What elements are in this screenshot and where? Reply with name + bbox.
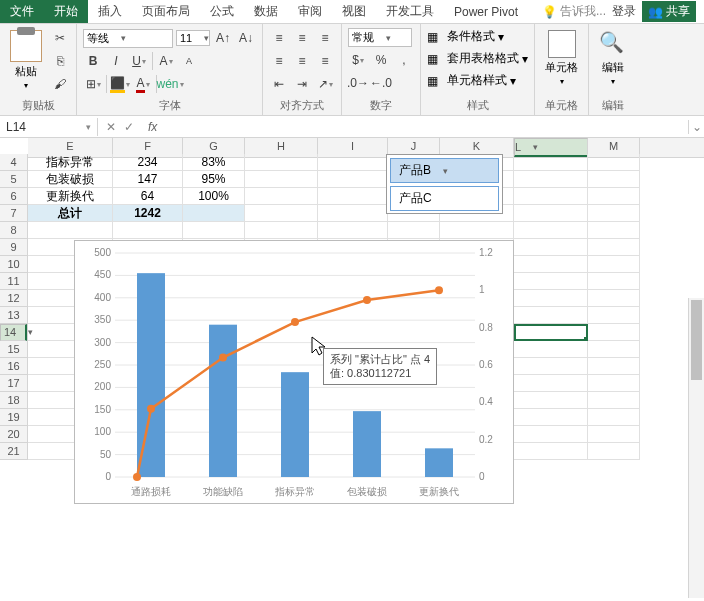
cell-M21[interactable] bbox=[588, 443, 640, 460]
cell-M4[interactable] bbox=[588, 154, 640, 171]
font-size-select[interactable]: 11 bbox=[176, 30, 210, 46]
row-header-6[interactable]: 6 bbox=[0, 188, 27, 205]
cell-E4[interactable]: 指标异常 bbox=[28, 154, 113, 171]
row-header-15[interactable]: 15 bbox=[0, 341, 27, 358]
currency-button[interactable]: $ bbox=[348, 50, 368, 70]
cell-E5[interactable]: 包装破损 bbox=[28, 171, 113, 188]
cell-H5[interactable] bbox=[245, 171, 318, 188]
cell-L14[interactable] bbox=[514, 324, 588, 341]
row-header-12[interactable]: 12 bbox=[0, 290, 27, 307]
cancel-formula-icon[interactable]: ✕ bbox=[106, 120, 116, 134]
percent-button[interactable]: % bbox=[371, 50, 391, 70]
cell-L9[interactable] bbox=[514, 239, 588, 256]
font-shrink-button[interactable]: A bbox=[179, 51, 199, 71]
cell-G5[interactable]: 95% bbox=[183, 171, 245, 188]
tab-review[interactable]: 审阅 bbox=[288, 0, 332, 23]
tab-formula[interactable]: 公式 bbox=[200, 0, 244, 23]
decrease-indent-button[interactable]: ⇤ bbox=[269, 74, 289, 94]
cell-M7[interactable] bbox=[588, 205, 640, 222]
row-header-10[interactable]: 10 bbox=[0, 256, 27, 273]
italic-button[interactable]: I bbox=[106, 51, 126, 71]
cell-M18[interactable] bbox=[588, 392, 640, 409]
align-left-button[interactable]: ≡ bbox=[269, 51, 289, 71]
cell-L7[interactable] bbox=[514, 205, 588, 222]
format-painter-button[interactable]: 🖌 bbox=[50, 74, 70, 94]
cell-L17[interactable] bbox=[514, 375, 588, 392]
number-format-select[interactable]: 常规 bbox=[348, 28, 412, 47]
cell-L15[interactable] bbox=[514, 341, 588, 358]
cell-F7[interactable]: 1242 bbox=[113, 205, 183, 222]
slicer-item[interactable]: 产品C bbox=[390, 186, 499, 211]
row-header-8[interactable]: 8 bbox=[0, 222, 27, 239]
row-header-20[interactable]: 20 bbox=[0, 426, 27, 443]
cell-G7[interactable] bbox=[183, 205, 245, 222]
cells-button[interactable]: 单元格▾ bbox=[541, 28, 582, 88]
cell-L8[interactable] bbox=[514, 222, 588, 239]
phonetic-button[interactable]: wén bbox=[160, 74, 180, 94]
cell-L16[interactable] bbox=[514, 358, 588, 375]
row-header-11[interactable]: 11 bbox=[0, 273, 27, 290]
cell-F4[interactable]: 234 bbox=[113, 154, 183, 171]
increase-decimal-button[interactable]: .0→ bbox=[348, 73, 368, 93]
editing-button[interactable]: 🔍编辑▾ bbox=[595, 28, 631, 88]
cell-M13[interactable] bbox=[588, 307, 640, 324]
cell-G4[interactable]: 83% bbox=[183, 154, 245, 171]
cell-L21[interactable] bbox=[514, 443, 588, 460]
cell-M10[interactable] bbox=[588, 256, 640, 273]
underline-button[interactable]: U bbox=[129, 51, 149, 71]
cell-L10[interactable] bbox=[514, 256, 588, 273]
cell-J8[interactable] bbox=[388, 222, 440, 239]
font-name-select[interactable]: 等线 bbox=[83, 29, 173, 48]
cell-L20[interactable] bbox=[514, 426, 588, 443]
cell-I8[interactable] bbox=[318, 222, 388, 239]
cell-M14[interactable] bbox=[588, 324, 640, 341]
row-header-9[interactable]: 9 bbox=[0, 239, 27, 256]
cell-K8[interactable] bbox=[440, 222, 514, 239]
cell-I4[interactable] bbox=[318, 154, 388, 171]
cell-E8[interactable] bbox=[28, 222, 113, 239]
comma-button[interactable]: , bbox=[394, 50, 414, 70]
tell-me[interactable]: 💡告诉我... bbox=[542, 3, 606, 20]
row-header-18[interactable]: 18 bbox=[0, 392, 27, 409]
align-right-button[interactable]: ≡ bbox=[315, 51, 335, 71]
cell-F6[interactable]: 64 bbox=[113, 188, 183, 205]
cell-M16[interactable] bbox=[588, 358, 640, 375]
cell-M6[interactable] bbox=[588, 188, 640, 205]
share-button[interactable]: 👥共享 bbox=[642, 1, 696, 22]
cell-M17[interactable] bbox=[588, 375, 640, 392]
tab-insert[interactable]: 插入 bbox=[88, 0, 132, 23]
cell-L4[interactable] bbox=[514, 154, 588, 171]
row-header-14[interactable]: 14 bbox=[0, 324, 27, 341]
decrease-font-button[interactable]: A↓ bbox=[236, 28, 256, 48]
row-header-7[interactable]: 7 bbox=[0, 205, 27, 222]
cell-M11[interactable] bbox=[588, 273, 640, 290]
cell-E6[interactable]: 更新换代 bbox=[28, 188, 113, 205]
decrease-decimal-button[interactable]: ←.0 bbox=[371, 73, 391, 93]
pareto-chart[interactable]: 05010015020025030035040045050000.20.40.6… bbox=[74, 240, 514, 504]
tab-view[interactable]: 视图 bbox=[332, 0, 376, 23]
bold-button[interactable]: B bbox=[83, 51, 103, 71]
orientation-button[interactable]: ↗ bbox=[315, 74, 335, 94]
tab-file[interactable]: 文件 bbox=[0, 0, 44, 23]
cell-L12[interactable] bbox=[514, 290, 588, 307]
align-bottom-button[interactable]: ≡ bbox=[315, 28, 335, 48]
font-grow-button[interactable]: A bbox=[156, 51, 176, 71]
cell-H4[interactable] bbox=[245, 154, 318, 171]
cell-L18[interactable] bbox=[514, 392, 588, 409]
cell-L19[interactable] bbox=[514, 409, 588, 426]
cell-H8[interactable] bbox=[245, 222, 318, 239]
increase-indent-button[interactable]: ⇥ bbox=[292, 74, 312, 94]
cell-H6[interactable] bbox=[245, 188, 318, 205]
row-header-4[interactable]: 4 bbox=[0, 154, 27, 171]
fill-color-button[interactable]: ⬛ bbox=[110, 74, 130, 94]
cell-G6[interactable]: 100% bbox=[183, 188, 245, 205]
cell-E7[interactable]: 总计 bbox=[28, 205, 113, 222]
cell-M15[interactable] bbox=[588, 341, 640, 358]
cell-M19[interactable] bbox=[588, 409, 640, 426]
cell-M20[interactable] bbox=[588, 426, 640, 443]
fx-icon[interactable]: fx bbox=[142, 120, 163, 134]
tab-dev[interactable]: 开发工具 bbox=[376, 0, 444, 23]
name-box[interactable]: L14 bbox=[0, 118, 98, 136]
cell-I5[interactable] bbox=[318, 171, 388, 188]
tab-powerpivot[interactable]: Power Pivot bbox=[444, 0, 528, 23]
